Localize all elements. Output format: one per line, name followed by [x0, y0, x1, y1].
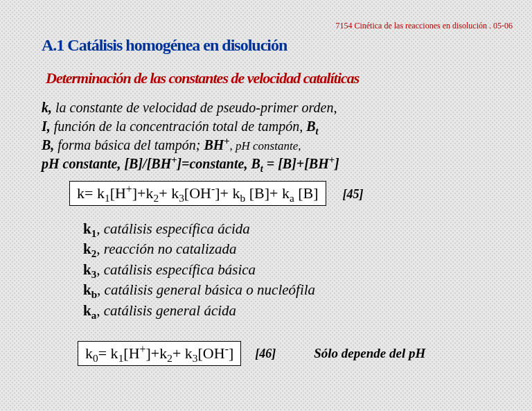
ka-line: ka, catálisis general ácida — [83, 301, 315, 321]
equation-46-label: [46] — [255, 347, 276, 361]
equation-46: k0= k1[H+]+k2+ k3[OH-] — [78, 341, 241, 366]
k1-line: k1, catálisis específica ácida — [83, 219, 315, 239]
def-B-text: forma básica del tampón; — [54, 137, 204, 152]
def-I-text: función de la concentración total de tam… — [51, 119, 306, 134]
kb-line: kb, catálisis general básica o nucleófil… — [83, 280, 315, 300]
section-title: A.1 Catálisis homogénea en disolución — [42, 36, 287, 55]
def-k: k, la constante de velocidad de pseudo-p… — [42, 98, 339, 117]
k2-line: k2, reacción no catalizada — [83, 239, 315, 259]
depends-text: Sólo depende del pH — [314, 346, 425, 361]
equation-45: k= k1[H+]+k2+ k3[OH-]+ kb [B]+ ka [B] — [69, 181, 326, 206]
equation-45-label: [45] — [343, 187, 364, 201]
def-k-text: la constante de velocidad de pseudo-prim… — [52, 100, 337, 115]
sym-Bt: Bt — [306, 119, 318, 134]
k3-line: k3, catálisis específica básica — [83, 260, 315, 280]
sym-BH: BH+ — [204, 137, 229, 152]
section-subtitle: Determinación de las constantes de veloc… — [46, 69, 359, 87]
k-constants-list: k1, catálisis específica ácida k2, reacc… — [83, 219, 315, 321]
def-I: I, función de la concentración total de … — [42, 117, 339, 136]
course-header: 7154 Cinética de las reacciones en disol… — [335, 21, 513, 31]
sym-k: k, — [42, 100, 52, 115]
ph-const-text: , pH constante, — [230, 139, 301, 152]
def-line4: pH constante, [B]/[BH+]=constante, Bt = … — [42, 155, 339, 173]
equation-45-row: k= k1[H+]+k2+ k3[OH-]+ kb [B]+ ka [B] [4… — [69, 181, 364, 206]
sym-I: I, — [42, 119, 51, 134]
definitions-block: k, la constante de velocidad de pseudo-p… — [42, 98, 339, 173]
sym-B: B, — [42, 137, 54, 152]
def-B: B, forma básica del tampón; BH+, pH cons… — [42, 136, 339, 155]
equation-46-row: k0= k1[H+]+k2+ k3[OH-] [46] Sólo depende… — [78, 341, 425, 366]
